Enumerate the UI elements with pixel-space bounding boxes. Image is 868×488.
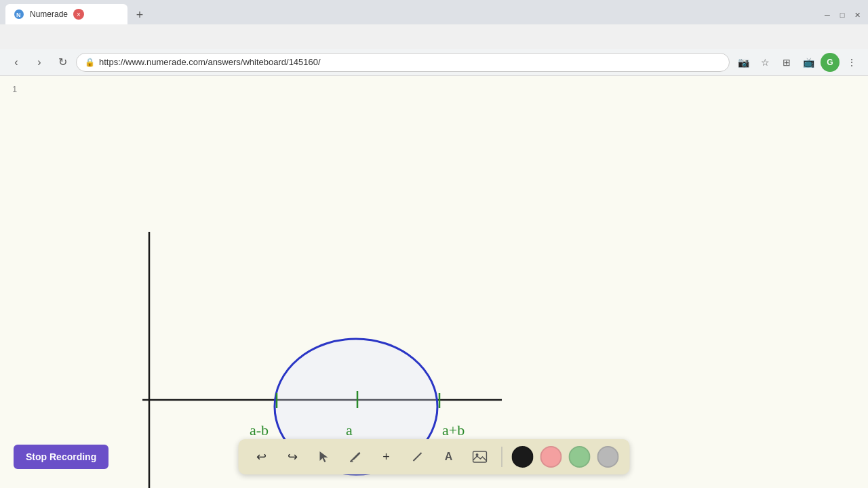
user-avatar[interactable]: G <box>821 53 840 72</box>
svg-line-4 <box>414 453 422 461</box>
label-a-minus-b: a-b <box>250 422 269 439</box>
back-button[interactable]: ‹ <box>7 53 26 72</box>
tab-title: Numerade <box>30 9 68 19</box>
camera-icon[interactable]: 📷 <box>734 53 753 72</box>
extensions-icon[interactable]: ⊞ <box>777 53 796 72</box>
cursor-icon <box>317 450 331 464</box>
select-tool-button[interactable] <box>312 445 336 469</box>
new-tab-button[interactable]: + <box>130 5 149 24</box>
bookmark-icon[interactable]: ☆ <box>755 53 774 72</box>
window-controls: ─ □ ✕ <box>822 9 863 24</box>
nav-right-controls: 📷 ☆ ⊞ 📺 G ⋮ <box>734 53 861 72</box>
toolbar-separator <box>502 447 502 467</box>
forward-button[interactable]: › <box>30 53 49 72</box>
content-area: 1 a-b a a+b Stop Recording <box>0 76 868 488</box>
active-tab[interactable]: N Numerade × <box>5 4 127 24</box>
svg-marker-2 <box>320 451 328 462</box>
minimize-button[interactable]: ─ <box>822 9 833 20</box>
undo-button[interactable]: ↩ <box>250 445 274 469</box>
stop-recording-button[interactable]: Stop Recording <box>14 445 108 469</box>
drawing-toolbar: ↩ ↪ + <box>239 439 630 474</box>
title-bar: N Numerade × + ─ □ ✕ <box>0 0 868 24</box>
label-a: a <box>346 422 353 439</box>
browser-frame: N Numerade × + ─ □ ✕ ‹ › ↻ 🔒 https://www… <box>0 0 868 488</box>
image-tool-button[interactable] <box>468 445 492 469</box>
menu-button[interactable]: ⋮ <box>842 53 861 72</box>
redo-button[interactable]: ↪ <box>281 445 305 469</box>
eraser-icon <box>411 450 425 464</box>
label-a-plus-b: a+b <box>442 422 465 439</box>
maximize-button[interactable]: □ <box>837 9 848 20</box>
image-icon <box>473 450 488 464</box>
tab-favicon: N <box>14 9 24 20</box>
tab-close-button[interactable]: × <box>73 9 84 20</box>
pen-icon <box>349 450 362 464</box>
text-tool-button[interactable]: A <box>437 445 461 469</box>
color-gray[interactable] <box>597 446 619 468</box>
url-text: https://www.numerade.com/answers/whitebo… <box>99 57 321 67</box>
pen-tool-button[interactable] <box>343 445 368 469</box>
drawing-canvas: a-b a a+b <box>0 76 868 488</box>
reload-button[interactable]: ↻ <box>53 53 72 72</box>
nav-bar: ‹ › ↻ 🔒 https://www.numerade.com/answers… <box>0 49 868 76</box>
color-pink[interactable] <box>540 446 562 468</box>
address-bar[interactable]: 🔒 https://www.numerade.com/answers/white… <box>76 53 730 72</box>
cast-icon[interactable]: 📺 <box>799 53 818 72</box>
tab-bar: N Numerade × + ─ □ ✕ <box>0 0 868 24</box>
close-button[interactable]: ✕ <box>852 9 863 20</box>
color-black[interactable] <box>512 446 534 468</box>
color-green[interactable] <box>569 446 591 468</box>
svg-text:N: N <box>16 12 21 18</box>
svg-rect-5 <box>473 451 487 462</box>
add-tool-button[interactable]: + <box>374 445 399 469</box>
security-icon: 🔒 <box>85 58 95 67</box>
eraser-tool-button[interactable] <box>406 445 430 469</box>
